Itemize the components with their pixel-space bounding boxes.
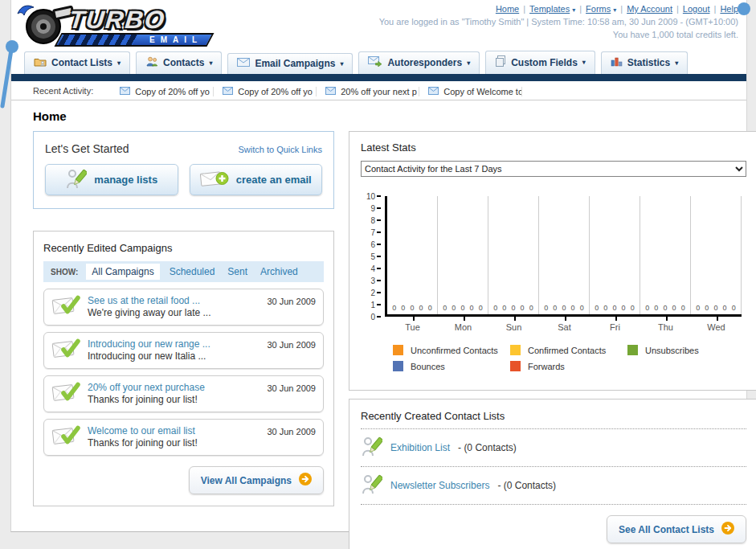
filter-all-campaigns[interactable]: All Campaigns bbox=[86, 264, 159, 280]
chevron-down-icon: ▾ bbox=[582, 59, 586, 66]
campaign-text: Introducing our new range ...Introducing… bbox=[88, 338, 210, 363]
chevron-down-icon: ▾ bbox=[613, 6, 616, 14]
autoresponders-icon bbox=[368, 56, 382, 69]
campaign-title-link[interactable]: See us at the retail food ... bbox=[88, 295, 210, 307]
header-right: Home|Templates▾|Forms▾|My Account|Logout… bbox=[379, 4, 738, 39]
header-link-forms[interactable]: Forms▾ bbox=[586, 4, 616, 14]
create-email-button[interactable]: create an email bbox=[190, 164, 323, 195]
campaign-list-item[interactable]: Introducing our new range ...Introducing… bbox=[43, 332, 324, 369]
legend-swatch bbox=[510, 345, 521, 355]
manage-lists-button[interactable]: manage lists bbox=[45, 164, 178, 195]
main-window: TURBO EMAIL Home|Templates▾|Forms▾|My Ac… bbox=[10, 0, 747, 532]
contact-list-name-link[interactable]: Newsletter Subscribers bbox=[390, 480, 489, 491]
header-link-home[interactable]: Home bbox=[496, 4, 519, 14]
envelope-icon bbox=[223, 87, 233, 96]
header-link-logout[interactable]: Logout bbox=[683, 4, 710, 14]
bar-value-label: 0 bbox=[571, 304, 575, 312]
campaign-title-link[interactable]: 20% off your next purchase bbox=[88, 382, 205, 394]
arrow-circle-icon bbox=[721, 522, 734, 537]
see-all-contact-lists-button[interactable]: See All Contact Lists bbox=[607, 515, 746, 543]
campaign-title-link[interactable]: Welcome to our email list bbox=[88, 425, 198, 437]
envelope-icon bbox=[428, 87, 439, 96]
filter-scheduled[interactable]: Scheduled bbox=[170, 266, 215, 277]
campaign-subtitle: Introducing our new Italia ... bbox=[88, 350, 210, 363]
tab-contact-lists[interactable]: Contact Lists▾ bbox=[24, 51, 130, 74]
show-label: SHOW: bbox=[51, 268, 78, 277]
bar-value-label: 0 bbox=[622, 304, 626, 312]
bar-value-label: 0 bbox=[493, 304, 497, 312]
stats-panel-title: Latest Stats bbox=[361, 141, 746, 154]
y-axis-tick: 5 bbox=[361, 252, 375, 261]
activity-item-label: 20% off your next p bbox=[341, 87, 417, 96]
stats-period-select[interactable]: Contact Activity for the Last 7 Days bbox=[361, 161, 746, 177]
chart-plot-area: 00000000000000000000000000000000000 bbox=[385, 196, 742, 317]
campaign-subtitle: Thanks for joining our list! bbox=[88, 437, 198, 449]
switch-quick-links-link[interactable]: Switch to Quick Links bbox=[238, 145, 322, 154]
bar-value-label: 0 bbox=[580, 304, 584, 312]
contact-list-item[interactable]: Exhibition List- (0 Contacts) bbox=[361, 436, 746, 460]
contact-list-item[interactable]: Newsletter Subscribers- (0 Contacts) bbox=[361, 473, 746, 498]
filter-sent[interactable]: Sent bbox=[227, 266, 247, 277]
recent-activity-item[interactable]: Copy of Welcome to bbox=[419, 87, 522, 96]
campaign-filter-bar: SHOW: All CampaignsScheduledSentArchived bbox=[43, 261, 324, 282]
contact-list-items: Exhibition List- (0 Contacts)Newsletter … bbox=[361, 428, 746, 505]
page-title: Home bbox=[33, 109, 746, 123]
x-axis-label: Sun bbox=[488, 317, 539, 332]
header-link-my-account[interactable]: My Account bbox=[627, 4, 672, 14]
tab-label: Contacts bbox=[163, 57, 204, 68]
tab-label: Statistics bbox=[627, 57, 670, 68]
campaign-list-item[interactable]: Welcome to our email listThanks for join… bbox=[43, 419, 324, 456]
tab-autoresponders[interactable]: Autoresponders▾ bbox=[358, 51, 480, 74]
legend-swatch bbox=[393, 345, 403, 355]
x-axis-label: Fri bbox=[590, 317, 640, 332]
activity-item-label: Copy of 20% off yo bbox=[238, 87, 313, 96]
view-all-campaigns-button[interactable]: View All Campaigns bbox=[189, 466, 324, 494]
bar-value-label: 0 bbox=[502, 304, 506, 312]
chevron-down-icon: ▾ bbox=[572, 6, 575, 14]
chart-group-wed: 00000 bbox=[691, 196, 742, 314]
chart-group-mon: 00000 bbox=[438, 196, 488, 314]
app-logo[interactable]: TURBO EMAIL bbox=[16, 2, 217, 49]
campaign-text: See us at the retail food ...We're givin… bbox=[88, 295, 210, 319]
header-link-help[interactable]: Help bbox=[720, 4, 738, 14]
legend-item-unsubscribes: Unsubscribes bbox=[627, 345, 745, 355]
bar-value-label: 0 bbox=[654, 304, 658, 312]
bar-value-label: 0 bbox=[723, 304, 727, 312]
dotted-divider bbox=[361, 466, 746, 467]
chart-group-fri: 00000 bbox=[590, 196, 640, 314]
filter-archived[interactable]: Archived bbox=[260, 266, 298, 277]
campaign-list-item[interactable]: See us at the retail food ...We're givin… bbox=[43, 289, 324, 326]
recent-activity-item[interactable]: 20% off your next p bbox=[317, 87, 419, 96]
bar-value-label: 0 bbox=[612, 304, 616, 312]
manage-lists-icon bbox=[65, 168, 87, 192]
tab-email-campaigns[interactable]: Email Campaigns▾ bbox=[227, 53, 353, 74]
link-separator: | bbox=[676, 4, 679, 14]
contact-list-name-link[interactable]: Exhibition List bbox=[390, 442, 450, 453]
tab-statistics[interactable]: Statistics▾ bbox=[601, 51, 688, 74]
tab-contacts[interactable]: Contacts▾ bbox=[136, 51, 222, 74]
bar-value-labels: 00000 bbox=[539, 304, 589, 312]
bar-value-label: 0 bbox=[732, 304, 736, 312]
link-separator: | bbox=[620, 4, 623, 14]
chart-y-axis: 109876543210 bbox=[361, 196, 382, 317]
y-axis-tick: 3 bbox=[361, 277, 375, 285]
latest-stats-panel: Latest Stats Contact Activity for the La… bbox=[349, 131, 756, 391]
app-header: TURBO EMAIL Home|Templates▾|Forms▾|My Ac… bbox=[11, 0, 746, 51]
recent-activity-item[interactable]: Copy of 20% off yo bbox=[214, 87, 317, 96]
header-link-templates[interactable]: Templates▾ bbox=[529, 4, 575, 14]
bar-value-labels: 00000 bbox=[387, 304, 437, 312]
tab-custom-fields[interactable]: Custom Fields▾ bbox=[485, 51, 595, 74]
campaign-title-link[interactable]: Introducing our new range ... bbox=[88, 338, 210, 350]
statistics-icon bbox=[611, 56, 623, 69]
bar-value-label: 0 bbox=[553, 304, 557, 312]
x-axis-label: Tue bbox=[387, 317, 438, 332]
legend-item-unconfirmed-contacts: Unconfirmed Contacts bbox=[393, 345, 510, 355]
bar-value-label: 0 bbox=[672, 304, 676, 312]
recent-activity-item[interactable]: Copy of 20% off yo bbox=[111, 87, 214, 96]
link-separator: | bbox=[714, 4, 717, 14]
chevron-down-icon: ▾ bbox=[117, 59, 121, 67]
get-started-panel: Let's Get Started Switch to Quick Links … bbox=[33, 131, 334, 209]
create-email-icon bbox=[200, 170, 229, 191]
campaign-list-item[interactable]: 20% off your next purchaseThanks for joi… bbox=[43, 375, 324, 412]
activity-item-label: Copy of 20% off yo bbox=[135, 87, 210, 96]
